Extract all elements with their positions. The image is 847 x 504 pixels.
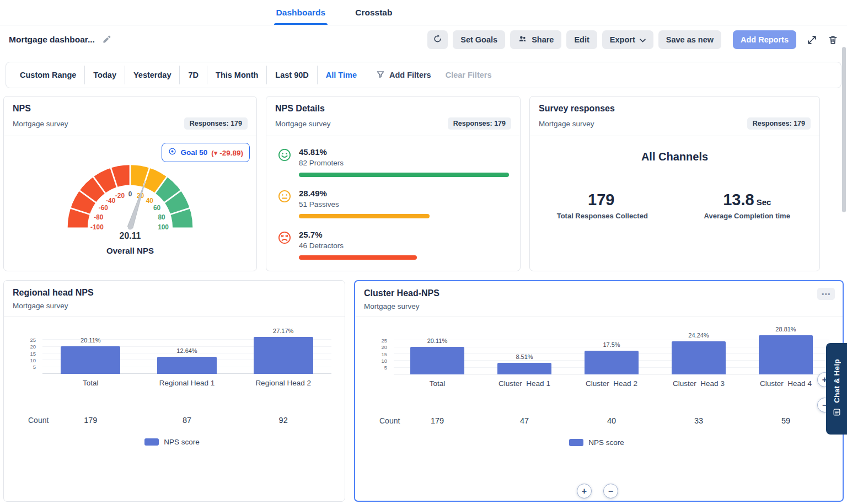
bar-value-label: 17.5% (568, 341, 655, 348)
nps-detail-row-promoters: 45.81%82 Promoters (277, 147, 509, 177)
category-labels-row: TotalRegional Head 1Regional Head 2 (7, 374, 337, 387)
export-label: Export (610, 35, 635, 44)
gauge-caption: Overall NPS (4, 246, 256, 255)
export-button[interactable]: Export (602, 30, 653, 49)
delete-dashboard-trash-icon[interactable] (828, 35, 838, 45)
fullscreen-icon[interactable] (807, 35, 817, 45)
bar[interactable] (254, 337, 313, 374)
y-axis: 252015105 (358, 334, 394, 374)
range-yesterday[interactable]: Yesterday (125, 66, 180, 84)
bar[interactable] (585, 351, 639, 374)
range-today[interactable]: Today (85, 66, 125, 84)
count-value: 59 (742, 416, 829, 425)
bar-value-label: 20.11% (42, 337, 139, 344)
detail-percentage: 45.81% (299, 147, 509, 157)
nav-tabs: Dashboards Crosstab (274, 0, 395, 25)
gauge-needle (127, 181, 145, 228)
zoom-in-button[interactable]: + (577, 484, 592, 498)
y-tick-label: 15 (381, 352, 387, 357)
goal-delta: (▾ -29.89) (211, 148, 243, 157)
vertical-scrollbar[interactable] (842, 47, 846, 212)
stat-total-responses: 179 Total Responses Collected (530, 191, 675, 220)
chat-help-tab[interactable]: Chat & Help (826, 343, 847, 435)
count-row: Count17947403359 (358, 416, 835, 425)
cards-row-2: Regional head NPS Mortgage survey 252015… (0, 280, 847, 502)
bar[interactable] (497, 363, 551, 374)
chart-legend: NPS score (358, 438, 835, 447)
regional-nps-card[interactable]: Regional head NPS Mortgage survey 252015… (3, 280, 345, 502)
count-value: 40 (568, 416, 655, 425)
save-as-new-button[interactable]: Save as new (658, 30, 721, 49)
refresh-button[interactable] (427, 30, 448, 49)
clear-filters-button[interactable]: Clear Filters (446, 71, 492, 79)
category-label: Cluster Head 2 (568, 379, 655, 388)
survey-card-title: Survey responses (539, 104, 615, 114)
svg-text:-60: -60 (99, 204, 109, 212)
legend-swatch (569, 439, 583, 446)
bar[interactable] (61, 346, 120, 374)
total-responses-value: 179 (588, 191, 614, 208)
card-menu-icon[interactable]: ⋯ (817, 288, 835, 300)
nps-card-body: Goal 50 (▾ -29.89) -100-80-60-40-2002040… (4, 136, 256, 255)
count-row-label: Count (358, 416, 394, 425)
share-button[interactable]: Share (510, 30, 561, 49)
bar-column: 12.64% (139, 333, 235, 374)
dashboard-toolbar: Mortgage dashboar... Set Goals Share Edi… (0, 25, 847, 54)
avg-completion-label: Average Completion time (675, 212, 820, 220)
category-label: Cluster Head 3 (655, 379, 742, 388)
nps-card: NPS Mortgage survey Responses: 179 Goal … (3, 96, 257, 271)
bar-column: 28.81% (742, 334, 829, 374)
bar-value-label: 12.64% (139, 347, 235, 354)
nps-gauge: -100-80-60-40-2002040608010020.11 (4, 155, 256, 245)
range-7d[interactable]: 7D (180, 66, 207, 84)
y-tick-label: 10 (381, 358, 387, 364)
add-filters-button[interactable]: Add Filters (376, 70, 431, 81)
regional-card-header: Regional head NPS Mortgage survey (4, 281, 345, 317)
promoters-face-icon (277, 148, 292, 177)
svg-text:-40: -40 (106, 197, 116, 205)
nps-card-header: NPS Mortgage survey Responses: 179 (4, 96, 256, 136)
y-axis: 252015105 (7, 333, 42, 374)
goal-badge[interactable]: Goal 50 (▾ -29.89) (162, 143, 250, 162)
chevron-down-icon (640, 35, 646, 44)
share-label: Share (532, 35, 554, 44)
category-label: Cluster Head 1 (481, 379, 568, 388)
cluster-nps-card[interactable]: ⋯ Cluster Head-NPS Mortgage survey 25201… (354, 280, 844, 502)
svg-text:0: 0 (128, 190, 132, 198)
count-value: 179 (394, 416, 481, 425)
regional-card-subtitle: Mortgage survey (13, 302, 68, 310)
y-tick-label: 25 (30, 337, 36, 343)
category-label: Regional Head 1 (139, 379, 235, 387)
tab-dashboards[interactable]: Dashboards (274, 0, 328, 25)
zoom-out-button[interactable]: − (603, 484, 618, 498)
nps-details-title: NPS Details (275, 104, 325, 114)
tab-crosstab-label: Crosstab (355, 8, 392, 18)
edit-title-pencil-icon[interactable] (101, 35, 111, 45)
bar[interactable] (759, 335, 813, 374)
legend-label: NPS score (588, 438, 624, 447)
count-value: 33 (655, 416, 742, 425)
bar[interactable] (672, 341, 726, 374)
add-reports-button[interactable]: Add Reports (733, 30, 796, 49)
range-last-90d[interactable]: Last 90D (267, 66, 317, 84)
bar[interactable] (157, 357, 217, 374)
edit-button[interactable]: Edit (566, 30, 597, 49)
range-all-time[interactable]: All Time (318, 66, 365, 84)
avg-completion-unit: Sec (757, 197, 771, 207)
range-this-month[interactable]: This Month (207, 66, 267, 84)
bar[interactable] (410, 347, 464, 374)
nps-details-rows: 45.81%82 Promoters28.49%51 Passives25.7%… (266, 136, 520, 260)
detractors-face-icon (277, 230, 292, 260)
range-custom-range[interactable]: Custom Range (12, 66, 85, 84)
detail-percentage: 28.49% (299, 189, 509, 198)
detail-bar (299, 173, 509, 177)
nps-details-responses-badge: Responses: 179 (448, 117, 511, 130)
legend-swatch (144, 438, 159, 446)
dashboard-page: { "nav": { "tabs": [ {"label": "Dashboar… (0, 0, 847, 504)
tab-crosstab[interactable]: Crosstab (353, 0, 394, 25)
category-label: Cluster Head 4 (742, 379, 829, 388)
regional-chart: 25201510520.11%12.64%27.17%TotalRegional… (7, 333, 337, 446)
detail-info: 28.49%51 Passives (299, 189, 509, 218)
set-goals-button[interactable]: Set Goals (453, 30, 505, 49)
clear-filters-label: Clear Filters (446, 71, 492, 79)
